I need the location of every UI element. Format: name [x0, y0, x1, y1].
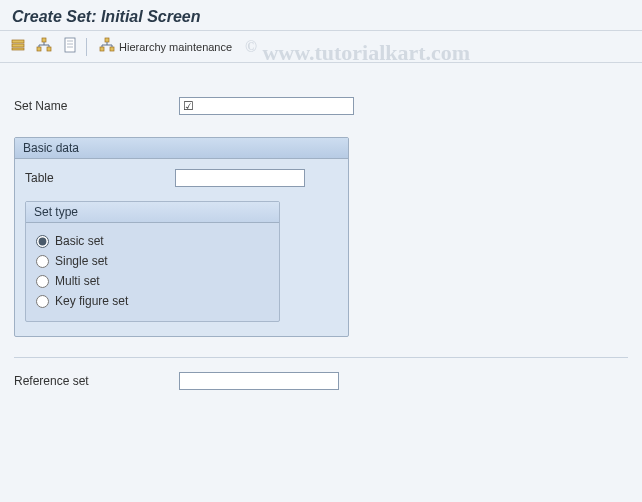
svg-rect-4	[37, 47, 41, 51]
svg-rect-12	[110, 47, 114, 51]
set-name-row: Set Name ☑	[14, 97, 628, 115]
radio-keyfigure-set[interactable]: Key figure set	[36, 291, 269, 311]
document-button[interactable]	[60, 37, 80, 57]
set-name-label: Set Name	[14, 99, 179, 113]
table-input[interactable]	[175, 169, 305, 187]
radio-single-set[interactable]: Single set	[36, 251, 269, 271]
table-label: Table	[25, 171, 175, 185]
hierarchy-maintenance-button[interactable]: Hierarchy maintenance	[93, 35, 238, 58]
radio-single-input[interactable]	[36, 255, 49, 268]
svg-rect-6	[65, 38, 75, 52]
svg-rect-11	[100, 47, 104, 51]
hierarchy-maint-icon	[99, 37, 115, 56]
separator-line	[14, 357, 628, 358]
radio-multi-set[interactable]: Multi set	[36, 271, 269, 291]
content-area: Set Name ☑ Basic data Table Set type Bas…	[0, 63, 642, 414]
set-type-title: Set type	[26, 202, 279, 223]
radio-basic-label: Basic set	[55, 234, 104, 248]
radio-basic-set[interactable]: Basic set	[36, 231, 269, 251]
radio-multi-label: Multi set	[55, 274, 100, 288]
radio-multi-input[interactable]	[36, 275, 49, 288]
values-button[interactable]	[8, 37, 28, 57]
title-bar: Create Set: Initial Screen	[0, 0, 642, 31]
hierarchy-icon	[36, 37, 52, 56]
hierarchy-maintenance-label: Hierarchy maintenance	[119, 41, 232, 53]
document-icon	[62, 37, 78, 56]
radio-keyfig-input[interactable]	[36, 295, 49, 308]
toolbar-separator	[86, 38, 87, 56]
basic-data-group: Basic data Table Set type Basic set Sing…	[14, 137, 349, 337]
svg-rect-0	[12, 40, 24, 43]
reference-set-row: Reference set	[14, 372, 628, 390]
radio-single-label: Single set	[55, 254, 108, 268]
values-icon	[10, 37, 26, 56]
set-type-group: Set type Basic set Single set Multi set	[25, 201, 280, 322]
basic-data-title: Basic data	[15, 138, 348, 159]
svg-rect-1	[12, 44, 24, 47]
svg-rect-2	[12, 48, 24, 50]
svg-rect-3	[42, 38, 46, 42]
svg-rect-10	[105, 38, 109, 42]
hierarchy-button[interactable]	[34, 37, 54, 57]
radio-keyfig-label: Key figure set	[55, 294, 128, 308]
reference-set-input[interactable]	[179, 372, 339, 390]
page-title: Create Set: Initial Screen	[12, 8, 630, 26]
set-name-input[interactable]	[179, 97, 354, 115]
radio-basic-input[interactable]	[36, 235, 49, 248]
reference-set-label: Reference set	[14, 374, 179, 388]
svg-rect-5	[47, 47, 51, 51]
toolbar: Hierarchy maintenance	[0, 31, 642, 63]
